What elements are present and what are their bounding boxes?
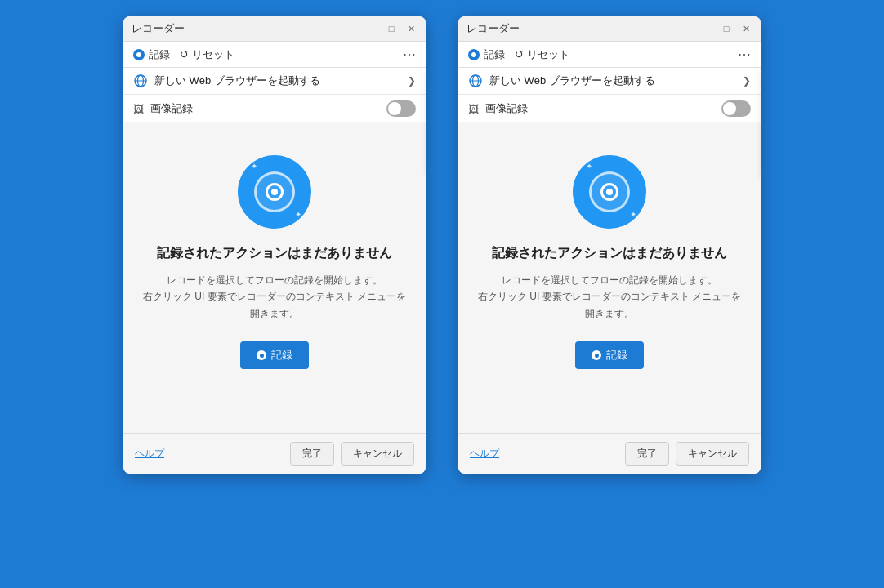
- footer-left: ヘルプ 完了 キャンセル: [123, 433, 426, 474]
- image-record-label-left: 画像記録: [150, 101, 193, 116]
- recorder-window-left: レコーダー − □ ✕ 記録 ↺ リセット ⋯: [123, 16, 426, 474]
- recorder-window-right: レコーダー − □ ✕ 記録 ↺ リセット ⋯: [458, 16, 761, 474]
- main-content-left: ✦ ✦ 記録されたアクションはまだありません レコードを選択してフローの記録を開…: [123, 122, 426, 433]
- main-icon-right: ✦ ✦: [573, 155, 646, 229]
- reset-icon-right: ↺: [515, 48, 524, 60]
- footer-right: ヘルプ 完了 キャンセル: [458, 433, 761, 474]
- main-desc-left: レコードを選択してフローの記録を開始します。 右クリック UI 要素でレコーダー…: [143, 272, 406, 322]
- sparkle2-left: ✦: [295, 210, 301, 219]
- window-content-right: 記録 ↺ リセット ⋯ 新しい Web ブラウザーを起動する: [458, 42, 761, 474]
- record-action-btn-left[interactable]: 記録: [240, 341, 309, 369]
- image-toggle-right[interactable]: [721, 100, 751, 117]
- icon-circle-inner-right: [589, 172, 630, 212]
- close-btn-right[interactable]: ✕: [739, 22, 752, 35]
- minimize-btn-right[interactable]: −: [700, 22, 713, 35]
- record-dot-left: [133, 49, 145, 60]
- reset-icon-left: ↺: [180, 48, 189, 60]
- image-icon-left: 🖼: [133, 103, 144, 115]
- window-controls-right: − □ ✕: [700, 22, 752, 35]
- btn-label-left: 記録: [271, 348, 292, 363]
- footer-actions-left: 完了 キャンセル: [290, 442, 414, 466]
- record-dot-inner-right: [471, 52, 476, 57]
- maximize-btn-right[interactable]: □: [720, 22, 733, 35]
- record-label-left: 記録: [149, 47, 170, 62]
- btn-label-right: 記録: [606, 348, 627, 363]
- icon-circle-inner-left: [254, 172, 295, 212]
- main-content-right: ✦ ✦ 記録されたアクションはまだありません レコードを選択してフローの記録を開…: [458, 122, 761, 433]
- btn-dot-right: [592, 350, 601, 360]
- toggle-knob-left: [388, 102, 401, 115]
- more-btn-left[interactable]: ⋯: [403, 47, 416, 62]
- sparkle1-right: ✦: [586, 162, 592, 171]
- icon-circle-center-right: [600, 183, 618, 201]
- toggle-knob-right: [723, 102, 736, 115]
- record-dot-right: [468, 49, 480, 60]
- image-toggle-left[interactable]: [386, 100, 416, 117]
- main-title-left: 記録されたアクションはまだありません: [157, 245, 392, 262]
- main-icon-left: ✦ ✦: [238, 155, 311, 229]
- more-btn-right[interactable]: ⋯: [738, 47, 751, 62]
- new-browser-row-right[interactable]: 新しい Web ブラウザーを起動する ❯ Microsoft Edge Chro…: [458, 68, 761, 95]
- btn-dot-inner-left: [260, 354, 264, 358]
- sparkle1-left: ✦: [251, 162, 257, 171]
- reset-label-right: リセット: [527, 47, 569, 62]
- btn-dot-left: [257, 350, 266, 360]
- toolbar-right: 記録 ↺ リセット ⋯: [458, 42, 761, 68]
- maximize-btn-left[interactable]: □: [385, 22, 398, 35]
- title-bar-right: レコーダー − □ ✕: [458, 16, 761, 42]
- toolbar-left: 記録 ↺ リセット ⋯: [123, 42, 426, 68]
- reset-btn-left[interactable]: ↺ リセット: [180, 47, 234, 62]
- new-browser-label-right: 新しい Web ブラウザーを起動する: [489, 74, 736, 88]
- window-controls-left: − □ ✕: [365, 22, 417, 35]
- icon-circle-dot-left: [271, 189, 278, 195]
- image-record-label-right: 画像記録: [485, 101, 528, 116]
- record-label-right: 記録: [484, 47, 505, 62]
- globe-icon-right: [468, 74, 483, 88]
- globe-icon-left: [133, 74, 148, 88]
- new-browser-label-left: 新しい Web ブラウザーを起動する: [154, 74, 401, 88]
- icon-circle-center-left: [266, 183, 284, 201]
- record-dot-inner-left: [136, 52, 141, 57]
- btn-dot-inner-right: [595, 354, 599, 358]
- record-toggle-right[interactable]: 記録: [468, 47, 505, 62]
- window-title-right: レコーダー: [467, 21, 520, 36]
- cancel-btn-left[interactable]: キャンセル: [341, 442, 414, 466]
- footer-actions-right: 完了 キャンセル: [625, 442, 749, 466]
- close-btn-left[interactable]: ✕: [404, 22, 417, 35]
- sparkle2-right: ✦: [630, 210, 636, 219]
- new-browser-row-left[interactable]: 新しい Web ブラウザーを起動する ❯ Microsoft Edge Chro…: [123, 68, 426, 95]
- image-record-row-left[interactable]: 🖼 画像記録: [123, 95, 426, 122]
- icon-circle-dot-right: [606, 189, 613, 195]
- page-wrapper: レコーダー − □ ✕ 記録 ↺ リセット ⋯: [0, 0, 884, 588]
- window-content-left: 記録 ↺ リセット ⋯ 新しい Web ブラウザーを起動する: [123, 42, 426, 474]
- cancel-btn-right[interactable]: キャンセル: [676, 442, 749, 466]
- image-record-row-right[interactable]: 🖼 画像記録: [458, 95, 761, 122]
- image-icon-right: 🖼: [468, 103, 479, 115]
- title-bar-left: レコーダー − □ ✕: [123, 16, 426, 42]
- complete-btn-left[interactable]: 完了: [290, 442, 334, 466]
- record-action-btn-right[interactable]: 記録: [575, 341, 644, 369]
- window-title-left: レコーダー: [132, 21, 185, 36]
- main-title-right: 記録されたアクションはまだありません: [492, 245, 727, 262]
- complete-btn-right[interactable]: 完了: [625, 442, 669, 466]
- minimize-btn-left[interactable]: −: [365, 22, 378, 35]
- help-link-left[interactable]: ヘルプ: [135, 447, 164, 461]
- arrow-icon-right: ❯: [743, 75, 751, 87]
- reset-label-left: リセット: [192, 47, 234, 62]
- reset-btn-right[interactable]: ↺ リセット: [515, 47, 569, 62]
- arrow-icon-left: ❯: [408, 75, 416, 87]
- help-link-right[interactable]: ヘルプ: [470, 447, 499, 461]
- record-toggle-left[interactable]: 記録: [133, 47, 170, 62]
- main-desc-right: レコードを選択してフローの記録を開始します。 右クリック UI 要素でレコーダー…: [478, 272, 741, 322]
